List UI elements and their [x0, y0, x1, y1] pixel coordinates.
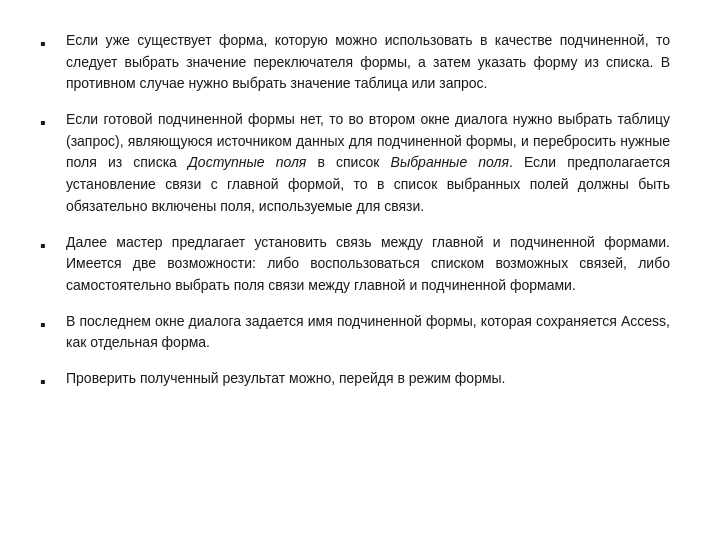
- bullet-list: ▪ Если уже существует форма, которую мож…: [40, 30, 670, 409]
- bullet-text: Проверить полученный результат можно, пе…: [66, 368, 670, 390]
- bullet-text: Если уже существует форма, которую можно…: [66, 30, 670, 95]
- bullet-icon: ▪: [40, 111, 56, 136]
- bullet-text: Далее мастер предлагает установить связь…: [66, 232, 670, 297]
- bullet-text: Если готовой подчиненной формы нет, то в…: [66, 109, 670, 217]
- italic-selected-fields: Выбранные поля: [391, 154, 509, 170]
- bullet-text: В последнем окне диалога задается имя по…: [66, 311, 670, 354]
- list-item: ▪ Проверить полученный результат можно, …: [40, 368, 670, 395]
- list-item: ▪ В последнем окне диалога задается имя …: [40, 311, 670, 354]
- list-item: ▪ Если готовой подчиненной формы нет, то…: [40, 109, 670, 217]
- bullet-icon: ▪: [40, 32, 56, 57]
- bullet-icon: ▪: [40, 313, 56, 338]
- italic-available-fields: Доступные поля: [188, 154, 306, 170]
- list-item: ▪ Далее мастер предлагает установить свя…: [40, 232, 670, 297]
- bullet-icon: ▪: [40, 370, 56, 395]
- list-item: ▪ Если уже существует форма, которую мож…: [40, 30, 670, 95]
- page-container: ▪ Если уже существует форма, которую мож…: [0, 0, 720, 540]
- bullet-icon: ▪: [40, 234, 56, 259]
